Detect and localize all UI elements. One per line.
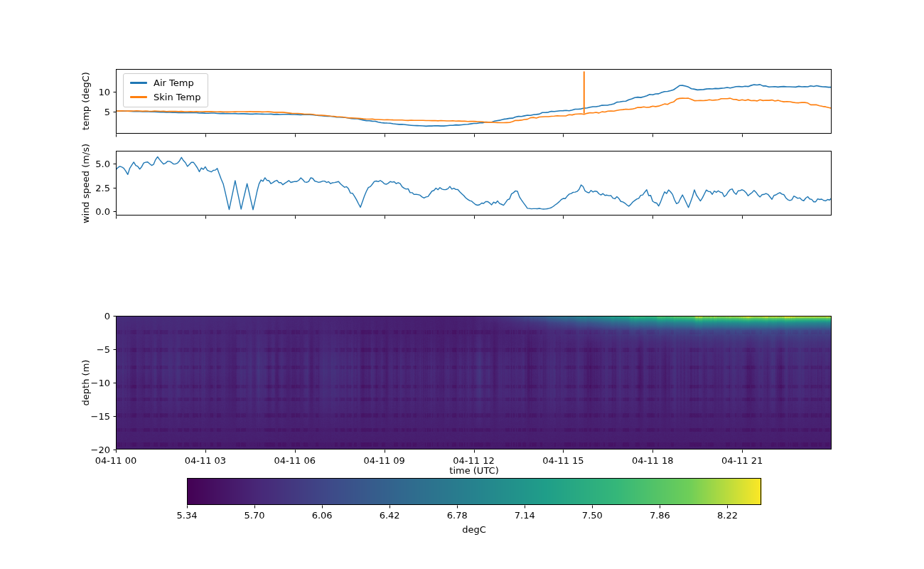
- time-xtick-label: 04-11 06: [274, 455, 316, 466]
- wind-ytick-label: 2.5: [95, 182, 110, 193]
- temp-ytick-label: 10: [98, 86, 110, 97]
- colorbar-tick-label: 7.14: [515, 510, 535, 521]
- colorbar-tick-label: 7.50: [582, 510, 603, 521]
- colorbar-tick-label: 5.34: [177, 510, 198, 521]
- time-xtick-label: 04-11 18: [632, 455, 673, 466]
- time-xtick-label: 04-11 15: [542, 455, 584, 466]
- legend-label-skin-temp: Skin Temp: [154, 92, 200, 102]
- wind-ytick-label: 0.0: [95, 206, 110, 216]
- depth-axis-label: depth (m): [80, 360, 91, 406]
- colorbar-tick-label: 8.22: [717, 510, 738, 521]
- wind-ytick-label: 5.0: [95, 159, 110, 169]
- time-xtick-label: 04-11 03: [185, 455, 226, 466]
- time-axis-label: time (UTC): [449, 465, 498, 476]
- colorbar-tick-label: 7.86: [650, 510, 670, 521]
- wind-axis-label: wind speed (m/s): [80, 144, 91, 223]
- skin-temp-line-swatch: [130, 96, 147, 98]
- legend-entry-skin-temp: Skin Temp: [130, 92, 200, 102]
- depth-ytick-label: −20: [91, 445, 110, 455]
- time-xtick-label: 04-11 12: [453, 455, 494, 466]
- temp-ytick-label: 5: [104, 107, 110, 117]
- depth-ytick-label: −15: [91, 411, 110, 422]
- air-temp-line-swatch: [130, 82, 147, 84]
- depth-ytick-label: −5: [97, 344, 110, 355]
- legend: Air Temp Skin Temp: [123, 73, 208, 107]
- time-xtick-label: 04-11 00: [95, 455, 136, 466]
- time-xtick-label: 04-11 09: [363, 455, 404, 466]
- colorbar-tick-label: 6.42: [380, 510, 400, 521]
- colorbar-tick-label: 6.78: [447, 510, 468, 521]
- depth-ytick-label: −10: [91, 378, 110, 388]
- depth-ytick-label: 0: [104, 311, 110, 321]
- figure: temp (degC) wind speed (m/s) depth (m) t…: [0, 0, 924, 569]
- temp-axis-label: temp (degC): [80, 72, 91, 130]
- legend-entry-air-temp: Air Temp: [130, 78, 200, 88]
- colorbar-label: degC: [462, 524, 486, 535]
- time-xtick-label: 04-11 21: [721, 455, 763, 466]
- legend-label-air-temp: Air Temp: [154, 78, 194, 88]
- colorbar-tick-label: 5.70: [245, 510, 265, 521]
- colorbar-tick-label: 6.06: [312, 510, 333, 521]
